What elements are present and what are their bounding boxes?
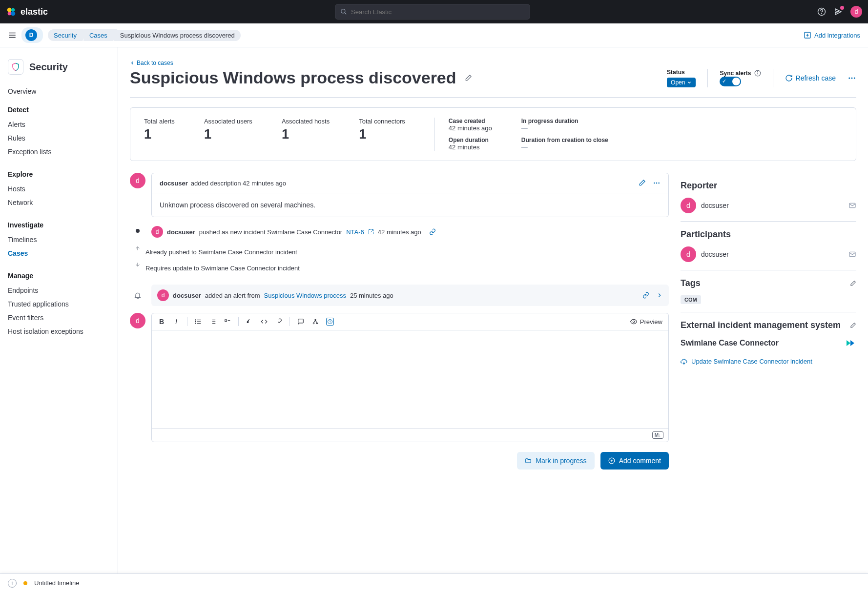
status-badge[interactable]: Open [667, 78, 696, 87]
back-to-cases-link[interactable]: Back to cases [130, 60, 173, 66]
svg-point-30 [195, 323, 196, 324]
link-tool-icon[interactable] [275, 318, 283, 326]
mark-in-progress-button[interactable]: Mark in progress [517, 452, 594, 470]
edit-connector-icon[interactable] [849, 322, 856, 329]
activity-user: docsuser [160, 180, 188, 187]
tag-chip[interactable]: COM [681, 295, 701, 304]
requires-update-text: Requires update to Swimlane Case Connect… [145, 262, 300, 275]
stat-closedur-label: Duration from creation to close [521, 137, 608, 143]
description-body: Unknown process discovered on several ma… [152, 193, 668, 217]
refresh-case-button[interactable]: Refresh case [785, 74, 836, 82]
space-avatar: D [25, 29, 37, 41]
svg-line-39 [314, 321, 316, 323]
comment-tool-icon[interactable] [297, 318, 305, 326]
info-icon[interactable] [754, 70, 761, 77]
global-search[interactable] [335, 4, 530, 20]
sync-toggle[interactable]: ✓ [720, 77, 741, 86]
link-icon[interactable] [429, 228, 436, 235]
sidebar-item-hosts[interactable]: Hosts [0, 182, 118, 196]
link-icon[interactable] [642, 292, 649, 299]
description-card: docsuser added description 42 minutes ag… [151, 173, 669, 217]
sidebar-item-exception-lists[interactable]: Exception lists [0, 145, 118, 159]
stat-closedur-value: — [521, 143, 608, 151]
sidebar-heading-manage: Manage [0, 268, 118, 284]
push-event: d docsuser pushed as new incident Swimla… [151, 224, 669, 240]
activity-avatar: d [151, 226, 163, 238]
bell-icon [130, 285, 145, 306]
sidebar-item-rules[interactable]: Rules [0, 131, 118, 145]
italic-icon[interactable]: I [172, 318, 180, 326]
mail-icon[interactable] [848, 250, 856, 258]
edit-icon[interactable] [638, 179, 646, 187]
space-chip[interactable]: D [21, 27, 43, 43]
newsfeed-icon[interactable] [834, 7, 843, 16]
help-icon[interactable] [817, 7, 826, 16]
more-icon[interactable] [653, 179, 661, 187]
timeline-tool-icon[interactable] [326, 318, 334, 326]
alert-rule-link[interactable]: Suspicious Windows process [264, 292, 346, 299]
ul-icon[interactable] [194, 318, 202, 326]
stat-created-label: Case created [449, 118, 492, 124]
sidebar-item-alerts[interactable]: Alerts [0, 118, 118, 131]
status-label: Status [667, 69, 696, 76]
sidebar-item-event-filters[interactable]: Event filters [0, 311, 118, 325]
sidebar-item-network[interactable]: Network [0, 196, 118, 209]
svg-point-36 [315, 319, 316, 320]
svg-point-18 [851, 77, 853, 79]
activity-avatar: d [130, 173, 145, 188]
preview-button[interactable]: Preview [630, 318, 662, 326]
breadcrumb-security[interactable]: Security [54, 32, 77, 39]
elastic-logo[interactable]: elastic [6, 6, 48, 17]
edit-tags-icon[interactable] [849, 280, 856, 287]
chevron-right-icon[interactable] [656, 292, 663, 299]
code-icon[interactable] [260, 318, 268, 326]
sidebar-item-overview[interactable]: Overview [0, 84, 118, 98]
stat-hosts-label: Associated hosts [282, 118, 330, 125]
edit-title-icon[interactable] [464, 74, 472, 82]
search-input[interactable] [351, 8, 525, 16]
svg-point-1 [11, 8, 15, 12]
sidebar-heading-explore: Explore [0, 166, 118, 182]
add-comment-button[interactable]: Add comment [600, 452, 669, 470]
user-avatar[interactable]: d [850, 6, 862, 18]
svg-point-29 [195, 321, 196, 322]
sidebar-item-cases[interactable]: Cases [0, 246, 118, 260]
quote-icon[interactable] [246, 318, 253, 326]
security-app-icon [8, 59, 23, 75]
add-integrations-link[interactable]: Add integrations [804, 31, 860, 39]
svg-point-20 [654, 183, 655, 184]
nav-toggle-icon[interactable] [8, 31, 17, 40]
swimlane-logo-icon [845, 337, 856, 349]
svg-line-5 [345, 13, 347, 15]
mail-icon[interactable] [848, 202, 856, 209]
sidebar-item-endpoints[interactable]: Endpoints [0, 284, 118, 297]
svg-point-4 [341, 9, 345, 13]
arrow-down-icon [130, 262, 145, 278]
svg-point-19 [854, 77, 855, 79]
breadcrumb-cases[interactable]: Cases [89, 32, 107, 39]
ol-icon[interactable] [209, 318, 217, 326]
more-actions-icon[interactable] [847, 74, 856, 82]
already-pushed-text: Already pushed to Swimlane Case Connecto… [145, 245, 297, 259]
checklist-icon[interactable] [224, 318, 231, 326]
insert-icon[interactable] [311, 318, 319, 326]
update-incident-button[interactable]: Update Swimlane Case Connector incident [681, 358, 856, 365]
sidebar-title: Security [29, 61, 68, 73]
connector-name: Swimlane Case Connector [681, 339, 779, 347]
comment-textarea[interactable] [152, 330, 668, 428]
stat-opendur-label: Open duration [449, 137, 492, 143]
sidebar: Security Overview Detect Alerts Rules Ex… [0, 47, 118, 573]
sidebar-item-trusted-apps[interactable]: Trusted applications [0, 297, 118, 311]
bold-icon[interactable]: B [158, 318, 165, 326]
svg-point-42 [633, 321, 635, 323]
sidebar-item-timelines[interactable]: Timelines [0, 233, 118, 246]
sidebar-item-host-isolation[interactable]: Host isolation exceptions [0, 325, 118, 338]
sidebar-heading-detect: Detect [0, 102, 118, 118]
svg-point-17 [848, 77, 850, 79]
stats-panel: Total alerts1 Associated users1 Associat… [130, 107, 856, 161]
push-incident-link[interactable]: NTA-6 [346, 228, 364, 236]
svg-point-21 [656, 183, 658, 184]
stat-created-value: 42 minutes ago [449, 124, 492, 132]
reporter-title: Reporter [681, 181, 856, 191]
svg-point-37 [313, 323, 314, 324]
